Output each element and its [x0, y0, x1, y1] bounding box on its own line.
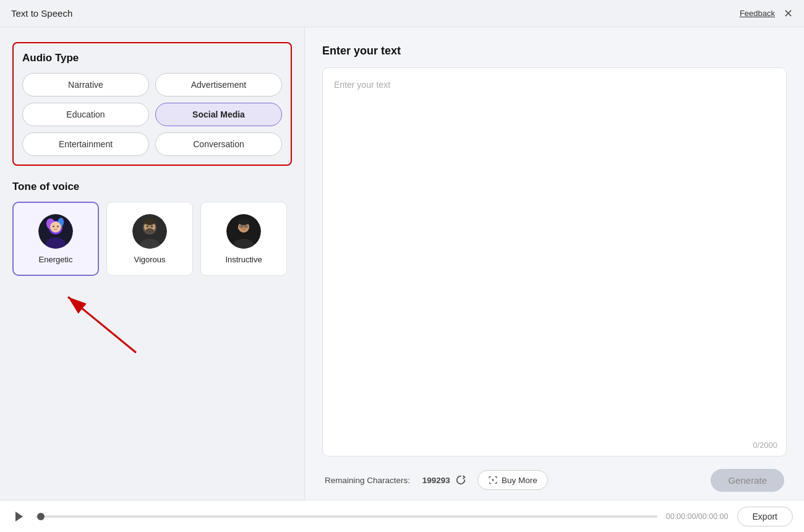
tone-energetic-avatar: [38, 214, 73, 249]
svg-point-12: [145, 228, 154, 233]
svg-point-6: [53, 225, 54, 226]
audio-type-advertisement[interactable]: Advertisement: [155, 73, 282, 97]
audio-type-social-media[interactable]: Social Media: [155, 103, 282, 126]
audio-type-education[interactable]: Education: [22, 103, 149, 126]
main-content: Audio Type Narrative Advertisement Educa…: [0, 27, 804, 500]
remaining-chars: Remaining Characters: 199293 Buy More: [325, 470, 548, 490]
tone-instructive[interactable]: Instructive: [200, 202, 287, 276]
footer-player: 00:00:00/00:00:00 Export: [0, 500, 804, 532]
audio-type-section: Audio Type Narrative Advertisement Educa…: [12, 42, 292, 166]
tone-section: Tone of voice: [12, 181, 292, 276]
refresh-icon[interactable]: [455, 474, 466, 486]
buy-more-icon: [488, 475, 498, 485]
buy-more-button[interactable]: Buy More: [477, 470, 548, 490]
svg-point-28: [238, 228, 239, 229]
right-panel-title: Enter your text: [322, 45, 787, 58]
tone-vigorous[interactable]: Vigorous: [106, 202, 193, 276]
audio-type-grid: Narrative Advertisement Education Social…: [22, 73, 282, 156]
tone-vigorous-label: Vigorous: [134, 255, 165, 264]
tone-instructive-label: Instructive: [225, 255, 262, 264]
right-panel: Enter your text Enter your text 0/2000 R…: [305, 27, 804, 500]
buy-more-label: Buy More: [502, 476, 537, 485]
char-count: 0/2000: [323, 435, 786, 456]
tone-energetic[interactable]: Energetic: [12, 202, 99, 276]
audio-type-title: Audio Type: [22, 52, 282, 64]
svg-point-5: [50, 221, 61, 233]
audio-type-conversation[interactable]: Conversation: [155, 132, 282, 156]
svg-point-26: [246, 226, 247, 227]
svg-point-7: [57, 225, 58, 226]
text-placeholder: Enter your text: [334, 80, 390, 90]
play-button[interactable]: [11, 508, 27, 525]
generate-button[interactable]: Generate: [711, 469, 784, 492]
close-button[interactable]: ✕: [784, 8, 793, 19]
svg-point-25: [241, 226, 242, 227]
remaining-value: 199293: [422, 476, 450, 485]
text-input-area[interactable]: Enter your text 0/2000: [322, 67, 787, 457]
progress-bar[interactable]: [36, 515, 657, 518]
text-area-inner: Enter your text: [323, 68, 786, 435]
svg-point-13: [147, 225, 148, 226]
svg-point-14: [151, 225, 152, 226]
title-bar: Text to Speech Feedback ✕: [0, 0, 804, 27]
svg-point-27: [238, 219, 249, 225]
tone-energetic-label: Energetic: [39, 255, 73, 264]
progress-dot: [37, 513, 45, 520]
bottom-bar: Remaining Characters: 199293 Buy More Ge…: [322, 460, 787, 500]
audio-type-narrative[interactable]: Narrative: [22, 73, 149, 97]
svg-marker-31: [15, 512, 23, 521]
audio-type-entertainment[interactable]: Entertainment: [22, 132, 149, 156]
export-button[interactable]: Export: [737, 507, 793, 526]
remaining-label: Remaining Characters:: [325, 476, 410, 485]
svg-line-30: [68, 297, 136, 353]
tone-grid: Energetic: [12, 202, 292, 276]
left-panel: Audio Type Narrative Advertisement Educa…: [0, 27, 305, 500]
feedback-link[interactable]: Feedback: [740, 9, 775, 18]
title-bar-actions: Feedback ✕: [740, 8, 793, 19]
tone-instructive-avatar: [226, 214, 261, 249]
tone-title: Tone of voice: [12, 181, 292, 193]
time-display: 00:00:00/00:00:00: [666, 512, 729, 521]
app-title: Text to Speech: [11, 8, 72, 19]
annotation-arrow: [12, 285, 292, 359]
svg-point-15: [144, 219, 155, 225]
tone-vigorous-avatar: [132, 214, 167, 249]
